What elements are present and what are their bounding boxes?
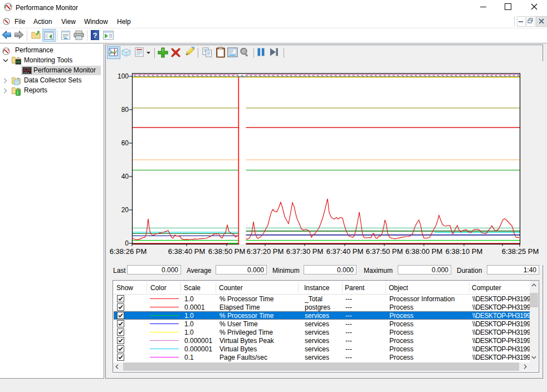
svg-text:6:38:10 PM: 6:38:10 PM xyxy=(446,247,483,256)
svg-text:6:37:50 PM: 6:37:50 PM xyxy=(366,247,403,256)
svg-text:6:38:00 PM: 6:38:00 PM xyxy=(406,247,443,256)
svg-text:20: 20 xyxy=(121,206,129,214)
svg-text:6:37:20 PM: 6:37:20 PM xyxy=(247,247,284,256)
svg-text:40: 40 xyxy=(121,173,129,180)
svg-text:6:37:40 PM: 6:37:40 PM xyxy=(326,247,364,256)
svg-text:6:38:26 PM: 6:38:26 PM xyxy=(110,247,147,256)
svg-text:6:37:30 PM: 6:37:30 PM xyxy=(286,247,324,256)
svg-text:6:38:50 PM: 6:38:50 PM xyxy=(208,247,246,256)
svg-text:100: 100 xyxy=(118,72,129,80)
svg-text:60: 60 xyxy=(121,139,129,147)
svg-text:?: ? xyxy=(93,31,97,40)
svg-text:80: 80 xyxy=(121,106,129,114)
svg-text:6:38:25 PM: 6:38:25 PM xyxy=(502,247,539,256)
svg-text:6:38:40 PM: 6:38:40 PM xyxy=(168,247,206,256)
svg-text:0: 0 xyxy=(125,239,129,247)
